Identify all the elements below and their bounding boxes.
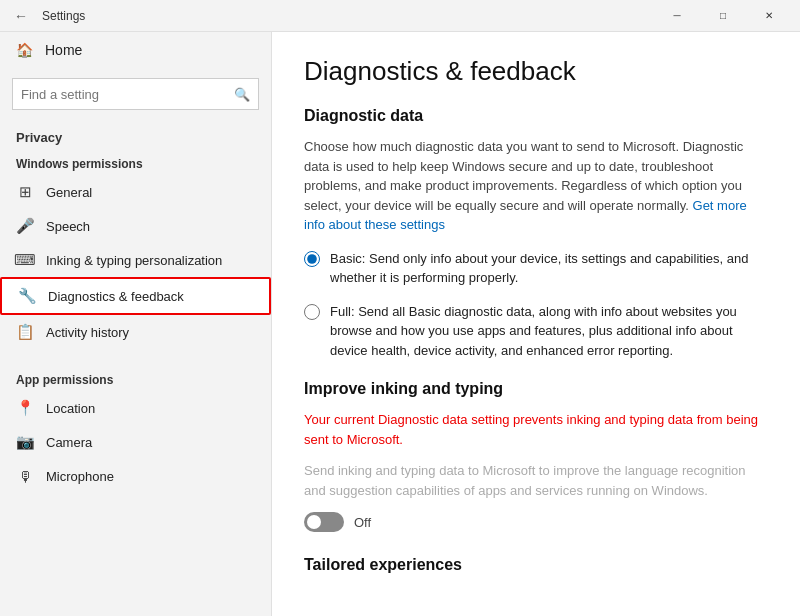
sidebar: 🏠 Home 🔍 Privacy Windows permissions ⊞ G… bbox=[0, 32, 272, 616]
basic-radio-option: Basic: Send only info about your device,… bbox=[304, 249, 768, 288]
tailored-experiences-title: Tailored experiences bbox=[304, 556, 768, 574]
activity-icon: 📋 bbox=[16, 323, 34, 341]
sidebar-speech-label: Speech bbox=[46, 219, 90, 234]
app-permissions-label: App permissions bbox=[0, 365, 271, 391]
inking-toggle-row: Off bbox=[304, 512, 768, 532]
camera-icon: 📷 bbox=[16, 433, 34, 451]
titlebar-title: Settings bbox=[42, 9, 85, 23]
basic-radio-input[interactable] bbox=[304, 251, 320, 267]
section-divider-1: Improve inking and typing bbox=[304, 380, 768, 398]
sidebar-microphone-label: Microphone bbox=[46, 469, 114, 484]
microphone-icon: 🎙 bbox=[16, 467, 34, 485]
speech-icon: 🎤 bbox=[16, 217, 34, 235]
sidebar-item-activity[interactable]: 📋 Activity history bbox=[0, 315, 271, 349]
sidebar-camera-label: Camera bbox=[46, 435, 92, 450]
toggle-knob bbox=[307, 515, 321, 529]
improve-inking-title: Improve inking and typing bbox=[304, 380, 768, 398]
full-radio-label: Full: Send all Basic diagnostic data, al… bbox=[330, 302, 768, 361]
main-content: Diagnostics & feedback Diagnostic data C… bbox=[272, 32, 800, 616]
section-divider-2: Tailored experiences bbox=[304, 556, 768, 574]
diagnostic-data-title: Diagnostic data bbox=[304, 107, 768, 125]
sidebar-location-label: Location bbox=[46, 401, 95, 416]
full-radio-option: Full: Send all Basic diagnostic data, al… bbox=[304, 302, 768, 361]
titlebar: ← Settings ─ □ ✕ bbox=[0, 0, 800, 32]
sidebar-item-general[interactable]: ⊞ General bbox=[0, 175, 271, 209]
location-icon: 📍 bbox=[16, 399, 34, 417]
close-button[interactable]: ✕ bbox=[746, 0, 792, 32]
titlebar-controls: ─ □ ✕ bbox=[654, 0, 792, 32]
search-input[interactable] bbox=[21, 87, 234, 102]
app-body: 🏠 Home 🔍 Privacy Windows permissions ⊞ G… bbox=[0, 32, 800, 616]
home-icon: 🏠 bbox=[16, 42, 33, 58]
sidebar-item-camera[interactable]: 📷 Camera bbox=[0, 425, 271, 459]
sidebar-general-label: General bbox=[46, 185, 92, 200]
search-icon: 🔍 bbox=[234, 87, 250, 102]
inking-icon: ⌨ bbox=[16, 251, 34, 269]
sidebar-activity-label: Activity history bbox=[46, 325, 129, 340]
sidebar-item-diagnostics[interactable]: 🔧 Diagnostics & feedback bbox=[0, 277, 271, 315]
diagnostics-icon: 🔧 bbox=[18, 287, 36, 305]
sidebar-item-location[interactable]: 📍 Location bbox=[0, 391, 271, 425]
sidebar-diagnostics-label: Diagnostics & feedback bbox=[48, 289, 184, 304]
privacy-section-label: Privacy bbox=[0, 120, 271, 149]
warning-text: Your current Diagnostic data setting pre… bbox=[304, 410, 768, 449]
inking-description: Send inking and typing data to Microsoft… bbox=[304, 461, 768, 500]
page-title: Diagnostics & feedback bbox=[304, 56, 768, 87]
maximize-button[interactable]: □ bbox=[700, 0, 746, 32]
inking-toggle[interactable] bbox=[304, 512, 344, 532]
full-radio-input[interactable] bbox=[304, 304, 320, 320]
sidebar-item-home[interactable]: 🏠 Home bbox=[0, 32, 271, 68]
sidebar-inking-label: Inking & typing personalization bbox=[46, 253, 222, 268]
sidebar-item-inking[interactable]: ⌨ Inking & typing personalization bbox=[0, 243, 271, 277]
general-icon: ⊞ bbox=[16, 183, 34, 201]
back-button[interactable]: ← bbox=[8, 4, 34, 28]
minimize-button[interactable]: ─ bbox=[654, 0, 700, 32]
windows-permissions-label: Windows permissions bbox=[0, 149, 271, 175]
basic-radio-label: Basic: Send only info about your device,… bbox=[330, 249, 768, 288]
sidebar-item-speech[interactable]: 🎤 Speech bbox=[0, 209, 271, 243]
titlebar-left: ← Settings bbox=[8, 4, 85, 28]
sidebar-home-label: Home bbox=[45, 42, 82, 58]
sidebar-search-box[interactable]: 🔍 bbox=[12, 78, 259, 110]
sidebar-item-microphone[interactable]: 🎙 Microphone bbox=[0, 459, 271, 493]
diagnostic-description: Choose how much diagnostic data you want… bbox=[304, 137, 768, 235]
toggle-off-label: Off bbox=[354, 515, 371, 530]
